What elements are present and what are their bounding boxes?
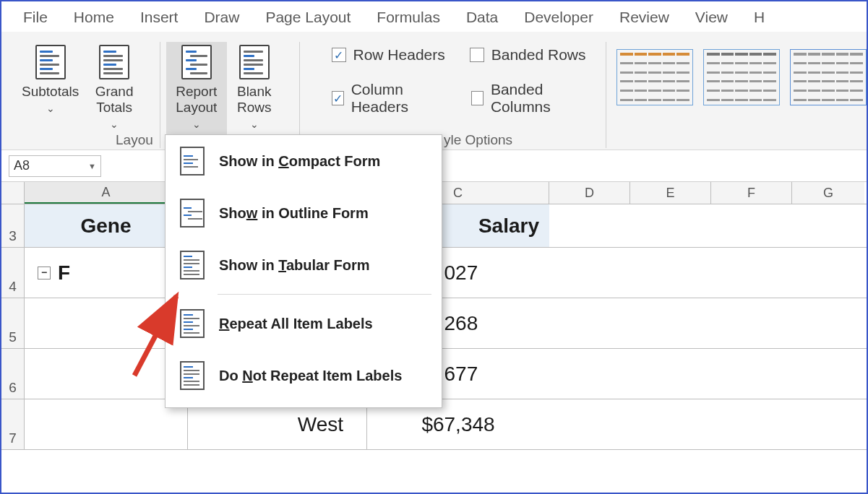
menu-draw[interactable]: Draw <box>204 9 239 26</box>
chevron-down-icon: ⌄ <box>110 118 119 130</box>
annotation-arrow <box>126 280 198 389</box>
menu-show-outline[interactable]: Show in Outline Form <box>166 187 442 239</box>
row-header-3[interactable]: 3 <box>1 204 25 247</box>
blank-rows-label: BlankRows <box>237 84 272 115</box>
row-headers-checkbox[interactable]: ✓ Row Headers <box>332 46 445 64</box>
row-header-5[interactable]: 5 <box>1 298 25 348</box>
report-layout-icon <box>181 45 212 79</box>
chevron-down-icon: ⌄ <box>46 103 55 114</box>
col-header-E[interactable]: E <box>630 182 711 204</box>
ribbon-divider <box>160 42 160 148</box>
menu-formulas[interactable]: Formulas <box>377 9 440 26</box>
menu-no-repeat-labels[interactable]: Do Not Repeat Item Labels <box>166 350 442 402</box>
menu-home[interactable]: Home <box>74 9 114 26</box>
chevron-down-icon: ⌄ <box>250 118 259 130</box>
row-header-6[interactable]: 6 <box>1 349 25 399</box>
menu-label: Show in Compact Form <box>219 153 380 170</box>
cell-A4-value: F <box>58 261 70 285</box>
col-header-D[interactable]: D <box>549 182 630 204</box>
select-all-corner[interactable] <box>1 182 25 204</box>
collapse-icon[interactable]: − <box>38 266 51 280</box>
pivot-style-options: ✓ Row Headers Banded Rows ✓ Column Heade… <box>332 46 589 116</box>
ribbon-divider-2 <box>299 42 300 148</box>
cell-A3[interactable]: Gene <box>25 204 188 247</box>
menu-show-compact[interactable]: Show in Compact Form <box>166 135 442 187</box>
pivot-styles-gallery <box>616 49 867 105</box>
checkbox-checked-icon: ✓ <box>332 91 344 105</box>
group-label-style-options: yle Options <box>444 132 512 148</box>
report-layout-dropdown: Show in Compact Form Show in Outline For… <box>165 134 442 408</box>
banded-rows-label: Banded Rows <box>491 46 586 64</box>
col-header-A[interactable]: A <box>25 182 188 204</box>
grand-totals-label: GrandTotals <box>95 84 134 115</box>
banded-columns-label: Banded Columns <box>491 81 588 116</box>
menu-bar: File Home Insert Draw Page Layout Formul… <box>1 1 867 32</box>
layout-icon <box>180 251 205 280</box>
report-layout-button[interactable]: ReportLayout ⌄ <box>166 42 227 136</box>
banded-columns-checkbox[interactable]: Banded Columns <box>471 81 588 116</box>
menu-page-layout[interactable]: Page Layout <box>265 9 351 26</box>
menu-truncated[interactable]: H <box>754 9 765 26</box>
menu-repeat-labels[interactable]: Repeat All Item Labels <box>166 298 442 350</box>
column-headers-label: Column Headers <box>351 81 447 116</box>
row-header-7[interactable]: 7 <box>1 399 25 449</box>
report-layout-label: ReportLayout <box>176 84 217 115</box>
menu-label: Repeat All Item Labels <box>219 316 373 332</box>
checkbox-checked-icon: ✓ <box>332 48 346 62</box>
cell-A7[interactable] <box>25 399 188 449</box>
menu-label: Do Not Repeat Item Labels <box>219 368 402 384</box>
group-label-layout: Layou <box>116 132 153 148</box>
grand-totals-icon <box>99 45 129 79</box>
subtotals-label: Subtotals <box>22 84 79 99</box>
menu-data[interactable]: Data <box>466 9 498 26</box>
grand-totals-button[interactable]: GrandTotals ⌄ <box>86 42 142 136</box>
row-header-4[interactable]: 4 <box>1 248 25 298</box>
col-header-F[interactable]: F <box>711 182 792 204</box>
subtotals-icon <box>35 45 66 79</box>
menu-separator <box>218 294 431 295</box>
svg-line-0 <box>134 296 176 376</box>
ribbon-divider-3 <box>606 42 606 148</box>
menu-developer[interactable]: Developer <box>524 9 593 26</box>
menu-file[interactable]: File <box>23 9 48 26</box>
subtotals-button[interactable]: Subtotals⌄ <box>14 42 86 120</box>
col-header-G[interactable]: G <box>792 182 864 204</box>
menu-insert[interactable]: Insert <box>140 9 179 26</box>
pivot-style-option[interactable] <box>703 49 780 105</box>
blank-rows-button[interactable]: BlankRows ⌄ <box>227 42 282 136</box>
menu-label: Show in Outline Form <box>219 205 369 222</box>
menu-view[interactable]: View <box>695 9 728 26</box>
blank-rows-icon <box>239 45 270 79</box>
row-headers-label: Row Headers <box>353 46 445 64</box>
pivot-style-option[interactable] <box>790 49 867 105</box>
chevron-down-icon: ▼ <box>88 162 96 170</box>
ribbon: Subtotals⌄ GrandTotals ⌄ ReportLayout ⌄ … <box>1 32 867 150</box>
layout-icon <box>180 199 205 228</box>
banded-rows-checkbox[interactable]: Banded Rows <box>470 46 586 64</box>
checkbox-empty-icon <box>470 48 484 62</box>
column-headers-checkbox[interactable]: ✓ Column Headers <box>332 81 447 116</box>
name-box-value: A8 <box>14 158 30 173</box>
menu-review[interactable]: Review <box>619 9 669 26</box>
menu-label: Show in Tabular Form <box>219 257 370 274</box>
chevron-down-icon: ⌄ <box>192 118 201 130</box>
checkbox-empty-icon <box>471 91 484 105</box>
pivot-style-option[interactable] <box>616 49 693 105</box>
layout-icon <box>180 147 205 176</box>
name-box[interactable]: A8 ▼ <box>9 155 101 177</box>
menu-show-tabular[interactable]: Show in Tabular Form <box>166 239 442 291</box>
